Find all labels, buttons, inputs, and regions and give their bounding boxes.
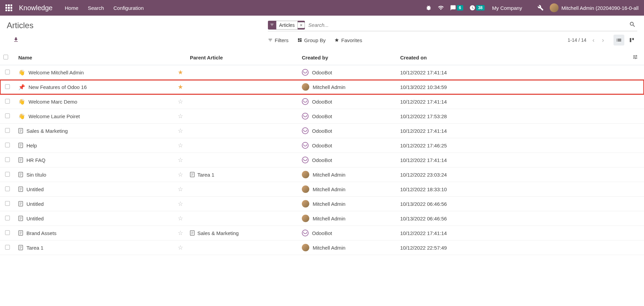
facet-remove[interactable]: × xyxy=(298,22,305,28)
star-toggle[interactable]: ☆ xyxy=(178,171,183,178)
column-name[interactable]: Name xyxy=(15,50,174,65)
table-row[interactable]: Sales & Marketing☆OdooBot10/12/2022 17:4… xyxy=(0,124,644,138)
select-all-checkbox[interactable] xyxy=(3,55,8,59)
row-checkbox[interactable] xyxy=(5,230,10,235)
nav-search[interactable]: Search xyxy=(88,5,104,11)
document-icon xyxy=(18,143,23,148)
table-row[interactable]: 👋Welcome Laurie Poiret☆OdooBot10/12/2022… xyxy=(0,109,644,124)
list-view-button[interactable] xyxy=(613,35,624,46)
table-row[interactable]: 📌New Features of Odoo 16★Mitchell Admin1… xyxy=(0,80,644,94)
column-created-by[interactable]: Created by xyxy=(298,50,397,65)
apps-icon[interactable] xyxy=(5,4,12,11)
star-toggle[interactable]: ☆ xyxy=(178,186,183,193)
user-menu[interactable]: Mitchell Admin (20204090-16-0-all xyxy=(561,5,639,11)
user-avatar[interactable] xyxy=(550,3,559,12)
row-checkbox[interactable] xyxy=(5,113,10,118)
article-name: Welcome Laurie Poiret xyxy=(28,113,80,119)
control-panel: Articles Articles × Filters Group By Fav… xyxy=(0,16,644,48)
bot-avatar-icon xyxy=(302,142,309,149)
table-row[interactable]: Untitled☆Mitchell Admin10/13/2022 06:46:… xyxy=(0,211,644,226)
article-emoji: 👋 xyxy=(18,98,25,105)
created-by-name: OdooBot xyxy=(312,157,332,163)
download-button[interactable] xyxy=(13,38,19,44)
filters-button[interactable]: Filters xyxy=(268,37,289,43)
tools-icon[interactable] xyxy=(538,5,544,11)
article-emoji: 👋 xyxy=(18,69,25,76)
bot-avatar-icon xyxy=(302,157,309,163)
bot-avatar-icon xyxy=(302,113,309,120)
table-row[interactable]: Sin título☆Tarea 1Mitchell Admin10/12/20… xyxy=(0,167,644,182)
kanban-view-button[interactable] xyxy=(626,35,637,46)
favorites-button[interactable]: Favorites xyxy=(334,37,362,43)
created-on-date: 10/12/2022 17:41:14 xyxy=(400,70,447,75)
row-checkbox[interactable] xyxy=(5,128,10,133)
table-row[interactable]: Tarea 1☆Mitchell Admin10/12/2022 22:57:4… xyxy=(0,240,644,255)
search-icon[interactable] xyxy=(628,20,637,30)
clock-icon[interactable]: 38 xyxy=(469,5,485,11)
wifi-icon[interactable] xyxy=(438,5,444,11)
star-toggle[interactable]: ☆ xyxy=(178,230,183,236)
created-by-name: Mitchell Admin xyxy=(313,172,346,178)
bug-icon[interactable] xyxy=(426,5,432,11)
created-on-date: 10/12/2022 17:41:14 xyxy=(400,128,447,134)
pager-next[interactable]: › xyxy=(601,37,605,44)
star-toggle[interactable]: ☆ xyxy=(178,142,183,149)
document-icon xyxy=(190,172,195,177)
search-input[interactable] xyxy=(305,20,628,30)
table-row[interactable]: Untitled☆Mitchell Admin10/12/2022 18:33:… xyxy=(0,182,644,197)
row-checkbox[interactable] xyxy=(5,186,10,191)
chat-icon[interactable]: 6 xyxy=(450,5,463,11)
star-toggle[interactable]: ☆ xyxy=(178,200,183,207)
company-selector[interactable]: My Company xyxy=(492,5,522,11)
created-on-date: 10/12/2022 17:41:14 xyxy=(400,157,447,163)
optional-columns-icon[interactable] xyxy=(632,55,638,61)
bot-avatar-icon xyxy=(302,127,309,134)
chat-badge: 6 xyxy=(457,5,463,11)
row-checkbox[interactable] xyxy=(5,172,10,177)
nav-configuration[interactable]: Configuration xyxy=(114,5,144,11)
table-row[interactable]: Help☆OdooBot10/12/2022 17:46:25 xyxy=(0,138,644,153)
table-row[interactable]: Untitled☆Mitchell Admin10/13/2022 06:46:… xyxy=(0,197,644,211)
page-title: Articles xyxy=(7,21,268,30)
article-name: Help xyxy=(26,143,37,148)
created-on-date: 10/13/2022 06:46:56 xyxy=(400,216,447,221)
column-parent[interactable]: Parent Article xyxy=(187,50,298,65)
created-on-date: 10/13/2022 10:34:59 xyxy=(400,84,447,90)
star-toggle[interactable]: ★ xyxy=(178,84,183,90)
bot-avatar-icon xyxy=(302,230,309,236)
table-row[interactable]: 👋Welcome Marc Demo☆OdooBot10/12/2022 17:… xyxy=(0,94,644,109)
article-name: Welcome Marc Demo xyxy=(28,99,77,105)
star-toggle[interactable]: ☆ xyxy=(178,127,183,134)
article-name: Untitled xyxy=(26,201,44,207)
pager-prev[interactable]: ‹ xyxy=(591,37,596,44)
created-on-date: 10/12/2022 23:03:24 xyxy=(400,172,447,178)
document-icon xyxy=(18,128,23,133)
star-toggle[interactable]: ☆ xyxy=(178,98,183,105)
row-checkbox[interactable] xyxy=(5,245,10,250)
app-brand[interactable]: Knowledge xyxy=(19,4,53,12)
star-toggle[interactable]: ☆ xyxy=(178,244,183,251)
groupby-button[interactable]: Group By xyxy=(297,37,326,43)
table-row[interactable]: 👋Welcome Mitchell Admin★OdooBot10/12/202… xyxy=(0,65,644,80)
row-checkbox[interactable] xyxy=(5,143,10,147)
star-toggle[interactable]: ★ xyxy=(178,69,183,76)
nav-home[interactable]: Home xyxy=(65,5,78,11)
column-created-on[interactable]: Created on xyxy=(397,50,629,65)
star-toggle[interactable]: ☆ xyxy=(178,113,183,120)
row-checkbox[interactable] xyxy=(5,70,10,74)
row-checkbox[interactable] xyxy=(5,99,10,104)
row-checkbox[interactable] xyxy=(5,157,10,162)
table-row[interactable]: HR FAQ☆OdooBot10/12/2022 17:41:14 xyxy=(0,153,644,167)
document-icon xyxy=(18,157,23,163)
table-row[interactable]: Brand Assets☆Sales & MarketingOdooBot10/… xyxy=(0,226,644,240)
star-toggle[interactable]: ☆ xyxy=(178,157,183,163)
created-by-name: Mitchell Admin xyxy=(313,201,346,207)
row-checkbox[interactable] xyxy=(5,201,10,206)
pager-value[interactable]: 1-14 / 14 xyxy=(568,37,586,43)
created-by-name: Mitchell Admin xyxy=(313,245,346,251)
created-on-date: 10/12/2022 18:33:10 xyxy=(400,186,447,192)
star-toggle[interactable]: ☆ xyxy=(178,215,183,222)
row-checkbox[interactable] xyxy=(5,84,10,89)
row-checkbox[interactable] xyxy=(5,216,10,220)
article-name: HR FAQ xyxy=(26,157,45,163)
